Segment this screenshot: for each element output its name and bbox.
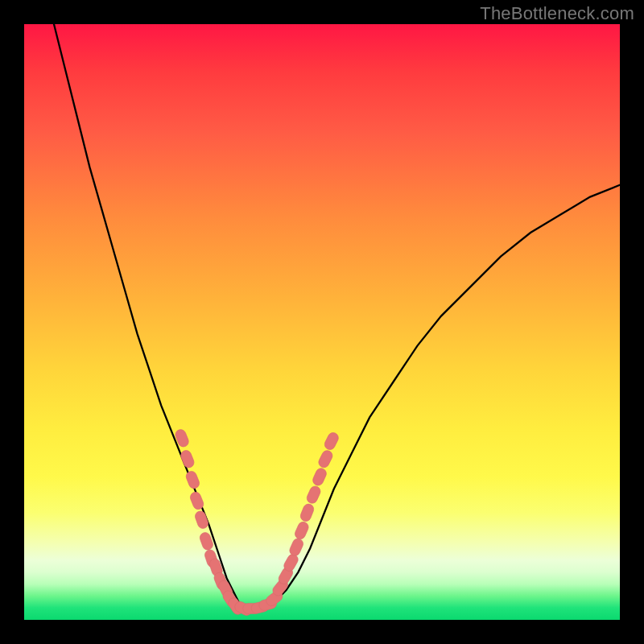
chart-frame: TheBottleneck.com: [0, 0, 644, 644]
marker-group: [174, 428, 341, 617]
svg-rect-4: [194, 510, 210, 530]
svg-rect-23: [305, 485, 322, 505]
curve-marker: [194, 510, 210, 530]
curve-marker: [299, 502, 315, 522]
curve-marker: [293, 520, 310, 540]
watermark-text: TheBottleneck.com: [480, 3, 634, 24]
svg-rect-22: [299, 502, 315, 522]
svg-rect-25: [317, 448, 334, 469]
svg-rect-1: [180, 449, 196, 469]
svg-rect-2: [184, 469, 200, 489]
curve-marker: [180, 449, 196, 469]
svg-rect-20: [288, 537, 305, 557]
curve-group: [54, 24, 620, 608]
curve-marker: [317, 448, 334, 469]
svg-rect-24: [312, 467, 328, 487]
curve-marker: [312, 467, 328, 487]
curve-marker: [323, 431, 340, 451]
curve-marker: [305, 485, 322, 505]
gradient-plot-area: [24, 24, 620, 620]
svg-rect-21: [293, 520, 310, 540]
svg-rect-26: [323, 431, 340, 451]
curve-svg: [24, 24, 620, 620]
bottleneck-curve: [54, 24, 620, 608]
curve-marker: [184, 469, 200, 489]
curve-marker: [288, 537, 305, 557]
